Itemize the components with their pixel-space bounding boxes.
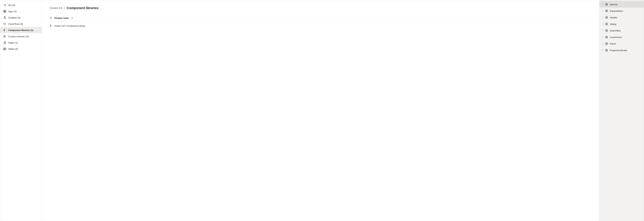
sidebar-item-tables-label: Tables (0) <box>8 48 18 50</box>
svg-rect-54 <box>607 23 608 24</box>
svg-rect-47 <box>606 11 606 12</box>
svg-rect-46 <box>607 10 608 11</box>
svg-rect-71 <box>606 50 606 51</box>
svg-point-10 <box>4 17 5 18</box>
sidebar-item-component-libraries[interactable]: Component libraries (1) <box>0 27 42 33</box>
sidebar-item-apps[interactable]: Apps (3) <box>0 8 42 14</box>
column-display-name[interactable]: Display name ↑ ∨ <box>54 17 73 19</box>
svg-rect-52 <box>607 18 608 18</box>
svg-rect-49 <box>606 16 606 17</box>
sidebar-item-cloud-flows-label: Cloud flows (0) <box>8 23 23 25</box>
cloud-flows-icon <box>3 22 6 26</box>
sidebar-item-cloud-flows[interactable]: Cloud flows (0) <box>0 21 42 27</box>
breadcrumb-parent[interactable]: Creator Kit <box>49 6 62 10</box>
svg-rect-42 <box>607 3 608 4</box>
svg-rect-72 <box>607 50 608 51</box>
svg-rect-9 <box>5 12 6 12</box>
svg-rect-69 <box>606 49 606 50</box>
sidebar-item-pages-label: Pages (1) <box>8 42 18 44</box>
svg-rect-66 <box>607 42 608 44</box>
table-header: Display name ↑ ∨ <box>49 14 592 22</box>
component-icon-panel <box>605 42 608 45</box>
chevron-right-icon-dialog: > <box>602 23 603 25</box>
sidebar-item-apps-label: Apps (3) <box>8 10 17 13</box>
main-content: Creator Kit > Component libraries Displa… <box>42 0 599 221</box>
right-item-custom-icon-label: CustomIcon <box>610 36 641 38</box>
library-icon <box>49 24 52 28</box>
right-item-search-box[interactable]: > SearchBox <box>599 27 644 34</box>
tables-icon <box>3 47 6 50</box>
breadcrumb-separator: > <box>64 6 65 10</box>
sort-descending-icon[interactable]: ∨ <box>72 17 73 19</box>
svg-rect-59 <box>606 31 606 32</box>
right-item-custom-icon[interactable]: > CustomIcon <box>599 34 644 40</box>
chevron-right-icon-spinner: > <box>602 3 603 5</box>
sidebar-item-component-libraries-label: Component libraries (1) <box>8 29 33 32</box>
chevron-right-icon-panel: > <box>602 42 603 45</box>
svg-rect-45 <box>606 10 606 11</box>
sidebar-item-chatbots-label: Chatbots (0) <box>8 16 20 19</box>
svg-rect-26 <box>4 48 6 50</box>
right-item-expand-menu[interactable]: > ExpandMenu <box>599 8 644 14</box>
table-row[interactable]: Power CAT Component Library <box>49 22 592 30</box>
svg-rect-41 <box>606 3 606 4</box>
svg-rect-6 <box>4 10 4 11</box>
svg-rect-63 <box>606 37 606 38</box>
sidebar-item-custom-controls-label: Custom controls (14) <box>8 35 29 38</box>
component-icon-dialog <box>605 22 608 26</box>
svg-rect-51 <box>606 18 606 18</box>
right-item-panel[interactable]: > Panel <box>599 40 644 47</box>
chatbots-icon <box>3 16 6 19</box>
component-icon-custom-icon <box>605 36 608 38</box>
sidebar-item-chatbots[interactable]: Chatbots (0) <box>0 14 42 21</box>
sidebar-item-all-label: All (19) <box>8 4 15 6</box>
list-icon <box>3 4 6 7</box>
svg-rect-50 <box>607 16 608 17</box>
left-sidebar: All (19) Apps (3) <box>0 0 42 221</box>
right-item-header-label: Header <box>610 16 641 19</box>
svg-rect-20 <box>4 36 4 36</box>
pages-icon <box>3 41 6 44</box>
component-icon-header <box>605 16 608 19</box>
svg-rect-67 <box>606 44 606 45</box>
chevron-right-icon-expand-menu: > <box>602 10 603 12</box>
row-label-power-cat: Power CAT Component Library <box>54 24 85 27</box>
sort-ascending-icon[interactable]: ↑ <box>70 17 71 19</box>
right-item-dialog-label: Dialog <box>610 23 641 25</box>
right-item-dialog[interactable]: > Dialog <box>599 21 644 27</box>
table-header-icon <box>49 16 52 20</box>
sidebar-item-pages[interactable]: Pages (1) <box>0 40 42 46</box>
right-item-progress-indicator[interactable]: > ProgressIndicator <box>599 47 644 54</box>
right-sidebar: > Spinner > Ex <box>599 0 644 221</box>
svg-rect-57 <box>606 30 606 30</box>
svg-rect-8 <box>4 12 4 12</box>
chevron-right-icon-custom-icon: > <box>602 36 603 38</box>
custom-controls-icon <box>3 35 6 38</box>
svg-point-13 <box>4 16 4 16</box>
right-item-header[interactable]: > Header <box>599 14 644 21</box>
right-item-spinner-label: Spinner <box>610 3 641 6</box>
chevron-right-icon-header: > <box>602 16 603 18</box>
svg-rect-44 <box>607 4 608 5</box>
svg-rect-60 <box>607 31 608 32</box>
right-item-search-box-label: SearchBox <box>610 29 641 32</box>
svg-rect-70 <box>607 49 608 50</box>
svg-rect-56 <box>607 24 608 25</box>
component-icon-expand-menu <box>605 10 608 12</box>
svg-rect-68 <box>607 44 608 45</box>
svg-rect-48 <box>607 11 608 12</box>
svg-rect-18 <box>4 31 5 31</box>
component-libraries-icon <box>3 28 6 32</box>
svg-rect-61 <box>606 36 606 37</box>
sidebar-item-tables[interactable]: Tables (0) <box>0 46 42 52</box>
apps-icon <box>3 10 6 13</box>
svg-rect-64 <box>607 37 608 38</box>
svg-rect-58 <box>607 30 608 30</box>
right-item-spinner[interactable]: > Spinner <box>599 1 644 8</box>
sidebar-item-all[interactable]: All (19) <box>0 2 42 8</box>
breadcrumb: Creator Kit > Component libraries <box>49 6 592 10</box>
chevron-right-icon-progress-indicator: > <box>602 49 603 51</box>
svg-rect-53 <box>606 23 606 24</box>
component-icon-progress-indicator <box>605 49 608 52</box>
sidebar-item-custom-controls[interactable]: Custom controls (14) <box>0 33 42 40</box>
